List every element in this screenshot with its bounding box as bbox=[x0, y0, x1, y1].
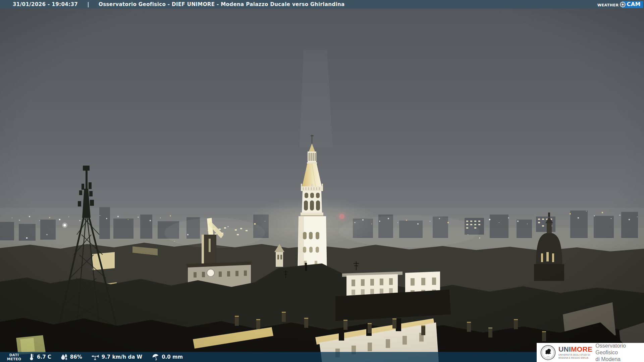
temperature-value: 6.7 C bbox=[37, 354, 51, 360]
unimore-logo-box[interactable]: 1175 UNIMORE UNIVERSITÀ DEGLI STUDI DI M… bbox=[537, 343, 644, 362]
webcam-view: 31/01/2026 - 19:04:37 | Osservatorio Geo… bbox=[0, 0, 644, 362]
unimore-wordmark: UNIMORE UNIVERSITÀ DEGLI STUDI DI MODENA… bbox=[558, 346, 592, 359]
precipitation-reading: 0.0 mm bbox=[152, 353, 183, 361]
wind-value: 9.7 km/h da W bbox=[102, 354, 142, 360]
humidity-reading: 86% bbox=[60, 353, 82, 361]
weather-data-bar: DATI METEO 6.7 C 86% bbox=[0, 352, 538, 362]
webcam-photo bbox=[0, 0, 644, 362]
weathercam-weather-text: Weather bbox=[597, 1, 619, 8]
precipitation-value: 0.0 mm bbox=[162, 354, 183, 360]
header-separator: | bbox=[87, 1, 89, 7]
temperature-reading: 6.7 C bbox=[28, 353, 51, 361]
university-name: UNIVERSITÀ DEGLI STUDI DI MODENA E REGGI… bbox=[558, 354, 592, 359]
wind-vane-icon bbox=[91, 353, 100, 361]
unimore-more-text: MORE bbox=[571, 345, 592, 353]
thermometer-icon bbox=[28, 353, 35, 361]
weathercam-cam-text: CAM bbox=[622, 1, 643, 8]
wind-reading: 9.7 km/h da W bbox=[91, 353, 142, 361]
observatory-name: Osservatorio Geofisico di Modena bbox=[595, 343, 644, 362]
unimore-uni-text: UNI bbox=[558, 345, 571, 353]
camera-lens-icon bbox=[620, 2, 625, 7]
humidity-icon bbox=[60, 353, 68, 361]
webcam-title: Osservatorio Geofisico - DIEF UNIMORE - … bbox=[99, 1, 345, 7]
weathercam-logo[interactable]: Weather CAM bbox=[597, 1, 643, 8]
umbrella-icon bbox=[152, 353, 160, 361]
unimore-seal-icon: 1175 bbox=[540, 345, 556, 360]
humidity-value: 86% bbox=[70, 354, 82, 360]
dati-meteo-label: DATI METEO bbox=[5, 353, 23, 361]
svg-text:1175: 1175 bbox=[547, 356, 550, 357]
webcam-timestamp: 31/01/2026 - 19:04:37 bbox=[13, 1, 78, 7]
webcam-header-bar: 31/01/2026 - 19:04:37 | Osservatorio Geo… bbox=[0, 0, 644, 9]
